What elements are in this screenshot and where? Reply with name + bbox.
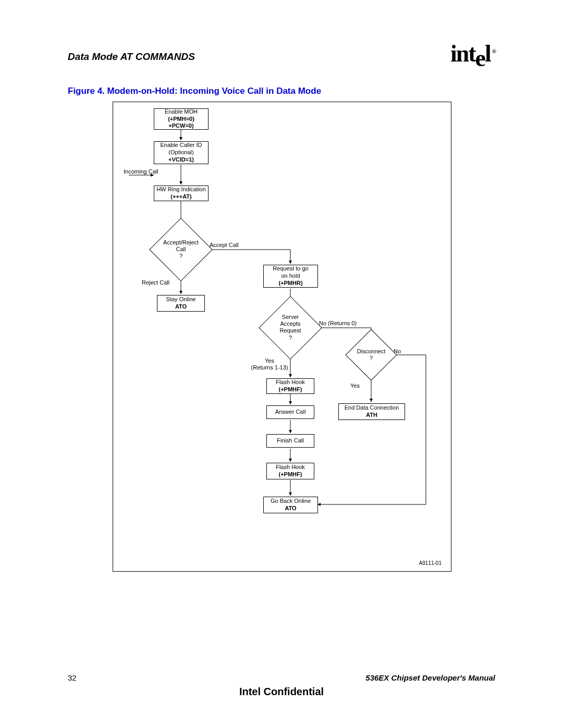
decision-accept-reject-label: Accept/Reject Call ? [155,239,207,260]
node-go-back-online: Go Back Online ATO [263,497,318,513]
node-enable-cid: Enable Caller ID (Optional) +VCID=1) [154,141,209,164]
figure-number: A9111-01 [419,560,442,566]
node-finish-call: Finish Call [266,434,314,448]
node-hw-ring: HW Ring Indication (+++AT) [154,186,209,201]
section-title: Data Mode AT COMMANDS [68,51,195,63]
node-flash-hook-2: Flash Hook (+PMHF) [266,463,314,479]
node-flash-hook-1: Flash Hook (+PMHF) [266,378,314,394]
label-no-returns: No (Returns 0) [319,320,357,327]
label-reject-call: Reject Call [142,279,169,286]
node-enable-moh: Enable MOH (+PMH=0) +PCW=0) [154,108,209,130]
label-accept-call: Accept Call [210,242,239,249]
node-request-hold: Request to go on hold (+PMHR) [263,265,318,288]
decision-disconnect-label: Disconnect ? [345,348,397,362]
label-yes-returns: Yes(Returns 1-13) [249,357,290,371]
label-disconnect-yes: Yes [350,382,360,389]
node-stay-online: Stay Online ATO [157,295,205,312]
page-number: 32 [68,673,77,682]
label-incoming-call: Incoming Call [124,168,158,175]
confidential-label: Intel Confidential [0,686,563,698]
node-end-data: End Data Connection ATH [338,403,405,420]
decision-server-accepts-label: Server Accepts Request ? [264,314,316,341]
page-footer: 32 536EX Chipset Developer's Manual [68,673,495,682]
figure-caption: Figure 4. Modem-on-Hold: Incoming Voice … [68,86,321,96]
intel-logo: intel® [450,40,495,67]
manual-title: 536EX Chipset Developer's Manual [365,673,495,682]
label-disconnect-no: No [394,348,401,355]
node-answer-call: Answer Call [266,405,314,419]
flowchart-frame: Enable MOH (+PMH=0) +PCW=0) Enable Calle… [113,102,451,572]
